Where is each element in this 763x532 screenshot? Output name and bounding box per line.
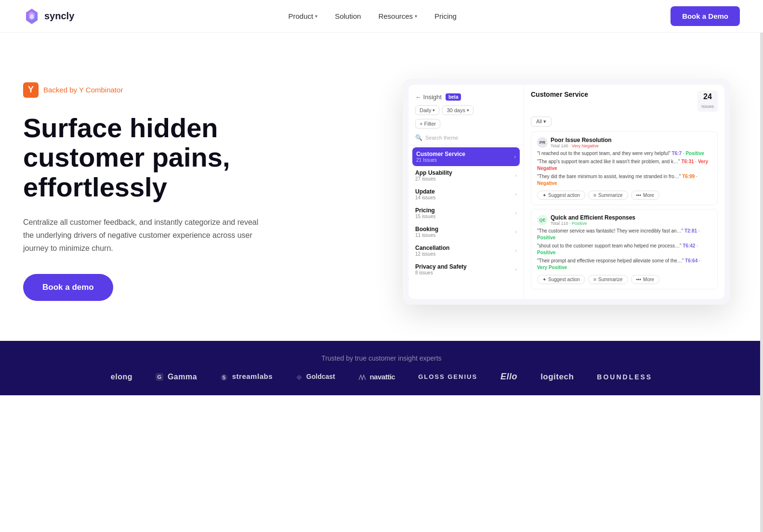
dashboard-filters: Daily ▾ 30 days ▾ <box>408 105 524 119</box>
svg-text:S: S <box>223 375 226 380</box>
gamma-icon: G <box>156 373 163 381</box>
nav-pricing[interactable]: Pricing <box>434 12 457 20</box>
logo-glossgenius: GLOSS GENIUS <box>418 373 477 380</box>
summarize-btn-1[interactable]: ≡ Summarize <box>588 275 628 284</box>
more-icon: ••• <box>636 193 642 198</box>
resources-chevron-icon: ▾ <box>415 13 417 19</box>
navbar: syncly Product ▾ Solution Resources ▾ Pr… <box>0 0 763 33</box>
issue-card-1: QE Quick and Efficient Responses Total 1… <box>531 209 718 289</box>
nav-links: Product ▾ Solution Resources ▾ Pricing <box>288 12 456 20</box>
theme-arrow-icon: › <box>515 210 517 216</box>
scrollbar[interactable] <box>760 0 763 395</box>
logo-streamlabs: S streamlabs <box>220 372 273 381</box>
logo-boundless: BOUNDLESS <box>597 373 652 381</box>
theme-arrow-icon: › <box>515 266 517 272</box>
logo-ello: Ello <box>500 372 517 382</box>
streamlabs-icon: S <box>220 374 228 381</box>
logo-link[interactable]: syncly <box>23 8 74 25</box>
issue-avatar-1: QE <box>537 215 548 225</box>
section-title: Customer Service <box>531 91 588 98</box>
theme-arrow-icon: › <box>515 229 517 234</box>
theme-list: Customer Service 21 Issues › App Usabili… <box>408 145 524 281</box>
issue-title-meta-0: Poor Issue Resolution Total 140 · Very N… <box>551 137 612 148</box>
search-placeholder[interactable]: Search theme <box>425 135 458 141</box>
dashboard-right-panel: Customer Service 24 Issues All ▾ <box>524 85 724 299</box>
nav-solution[interactable]: Solution <box>335 12 361 20</box>
logo-text: syncly <box>44 11 74 22</box>
issue-title-meta-1: Quick and Efficient Responses Total 110 … <box>551 214 635 226</box>
summarize-icon-1: ≡ <box>593 277 596 282</box>
book-demo-nav-button[interactable]: Book a Demo <box>671 6 740 26</box>
issue-card-0: PR Poor Issue Resolution Total 140 · Ver… <box>531 131 718 205</box>
filter-button[interactable]: + Filter <box>415 119 440 129</box>
hero-right: ← Insight beta Daily ▾ 30 days ▾ <box>393 79 740 305</box>
nav-resources[interactable]: Resources ▾ <box>378 12 417 20</box>
more-icon-1: ••• <box>636 277 642 282</box>
theme-item-customer-service[interactable]: Customer Service 21 Issues › <box>412 147 520 166</box>
all-filter-button[interactable]: All ▾ <box>531 117 552 127</box>
theme-item-booking[interactable]: Booking 11 issues › <box>408 222 524 241</box>
suggest-action-btn-0[interactable]: ✦ Suggest action <box>537 191 585 200</box>
theme-arrow-icon: › <box>514 154 516 159</box>
quote-1-0: "The customer service was fantastic! The… <box>537 228 711 241</box>
navattic-icon <box>358 375 366 380</box>
30days-filter[interactable]: 30 days ▾ <box>442 105 474 115</box>
quote-0-0: "I reached out to the support team, and … <box>537 150 711 157</box>
dashboard-mockup: ← Insight beta Daily ▾ 30 days ▾ <box>403 79 730 305</box>
logo-logitech: logitech <box>540 372 574 382</box>
daily-chevron-icon: ▾ <box>433 108 435 113</box>
search-icon: 🔍 <box>415 134 422 141</box>
trusted-label: Trusted by true customer insight experts <box>0 354 763 362</box>
logo-gamma: G Gamma <box>156 373 197 381</box>
dashboard-inner: ← Insight beta Daily ▾ 30 days ▾ <box>408 85 724 299</box>
suggest-icon: ✦ <box>542 193 546 198</box>
book-demo-hero-button[interactable]: Book a demo <box>23 274 113 301</box>
logo-icon <box>23 8 40 25</box>
product-chevron-icon: ▾ <box>315 13 317 19</box>
more-btn-0[interactable]: ••• More <box>631 191 659 200</box>
issue-count-label: Issues <box>701 104 714 109</box>
trusted-section: Trusted by true customer insight experts… <box>0 341 763 395</box>
logo-navattic: navattic <box>358 373 395 381</box>
issue-actions-1: ✦ Suggest action ≡ Summarize ••• More <box>537 275 711 284</box>
nav-product[interactable]: Product ▾ <box>288 12 317 20</box>
suggest-action-btn-1[interactable]: ✦ Suggest action <box>537 275 585 284</box>
more-btn-1[interactable]: ••• More <box>631 275 659 284</box>
yc-badge: Y Backed by Y Combinator <box>23 82 123 98</box>
dashboard-header: ← Insight beta <box>408 91 524 105</box>
issue-header-1: QE Quick and Efficient Responses Total 1… <box>537 214 711 226</box>
quote-1-2: "Their prompt and effective response hel… <box>537 258 711 271</box>
theme-arrow-icon: › <box>515 172 517 178</box>
quote-0-1: "The app's support team acted like it wa… <box>537 158 711 172</box>
30days-chevron-icon: ▾ <box>467 108 469 113</box>
hero-section: Y Backed by Y Combinator Surface hidden … <box>0 33 763 341</box>
issue-actions-0: ✦ Suggest action ≡ Summarize ••• More <box>537 191 711 200</box>
theme-item-app-usability[interactable]: App Usability 27 issues › <box>408 166 524 185</box>
right-header: Customer Service 24 Issues <box>531 91 718 112</box>
trusted-logos: elong G Gamma S streamlabs Goldcast <box>0 372 763 382</box>
back-button[interactable]: ← Insight <box>415 93 442 101</box>
dashboard-search: 🔍 Search theme <box>408 132 524 145</box>
beta-badge: beta <box>446 93 461 101</box>
theme-arrow-icon: › <box>515 247 517 253</box>
theme-item-pricing[interactable]: Pricing 15 issues › <box>408 204 524 222</box>
issue-count-number: 24 <box>701 92 714 101</box>
theme-item-cancellation[interactable]: Cancellation 12 issues › <box>408 241 524 260</box>
summarize-btn-0[interactable]: ≡ Summarize <box>588 191 628 200</box>
issue-count-badge: 24 Issues <box>697 91 718 112</box>
quote-1-1: "shout out to the customer support team … <box>537 243 711 256</box>
all-chevron-icon: ▾ <box>543 118 546 125</box>
hero-title: Surface hidden customer pains, effortles… <box>23 113 293 202</box>
quote-0-2: "They did the bare minimum to assist, le… <box>537 173 711 187</box>
yc-text: Backed by Y Combinator <box>43 86 123 94</box>
suggest-icon-1: ✦ <box>542 277 546 282</box>
yc-logo: Y <box>23 82 39 98</box>
daily-filter[interactable]: Daily ▾ <box>415 105 439 115</box>
hero-subtitle: Centralize all customer feedback, and in… <box>23 216 264 255</box>
theme-item-privacy[interactable]: Privacy and Safety 8 issues › <box>408 260 524 279</box>
summarize-icon: ≡ <box>593 193 596 198</box>
theme-item-update[interactable]: Update 14 issues › <box>408 185 524 204</box>
hero-left: Y Backed by Y Combinator Surface hidden … <box>23 82 293 301</box>
svg-text:G: G <box>157 374 161 380</box>
logo-belong: elong <box>111 373 132 381</box>
